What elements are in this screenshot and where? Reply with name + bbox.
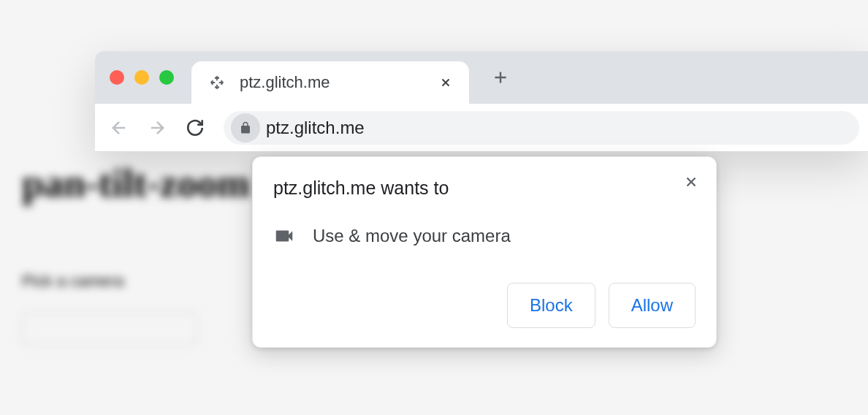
address-bar[interactable]: ptz.glitch.me (224, 111, 859, 145)
tab-close-button[interactable] (438, 75, 453, 90)
lock-icon[interactable] (231, 113, 260, 142)
forward-button[interactable] (142, 113, 172, 143)
permission-text: Use & move your camera (313, 226, 511, 246)
popup-title: ptz.glitch.me wants to (273, 178, 696, 199)
permission-row: Use & move your camera (273, 225, 696, 247)
new-tab-button[interactable] (485, 62, 516, 93)
block-button[interactable]: Block (507, 283, 595, 328)
camera-icon (273, 225, 295, 247)
popup-actions: Block Allow (507, 283, 696, 328)
url-text: ptz.glitch.me (266, 118, 365, 138)
tab-strip: ptz.glitch.me (95, 51, 868, 104)
page-picker-select (22, 313, 197, 345)
allow-button[interactable]: Allow (609, 283, 696, 328)
permission-prompt: ptz.glitch.me wants to Use & move your c… (252, 156, 717, 348)
traffic-lights (110, 70, 174, 85)
window-maximize-button[interactable] (159, 70, 174, 85)
window-minimize-button[interactable] (134, 70, 149, 85)
window-close-button[interactable] (110, 70, 124, 85)
browser-tab[interactable]: ptz.glitch.me (191, 61, 469, 104)
browser-window: ptz.glitch.me (95, 51, 868, 152)
close-icon[interactable] (678, 169, 704, 195)
back-button[interactable] (104, 113, 134, 143)
toolbar: ptz.glitch.me (95, 104, 868, 152)
move-icon (208, 73, 226, 92)
reload-button[interactable] (180, 113, 210, 143)
tab-title: ptz.glitch.me (240, 73, 425, 92)
